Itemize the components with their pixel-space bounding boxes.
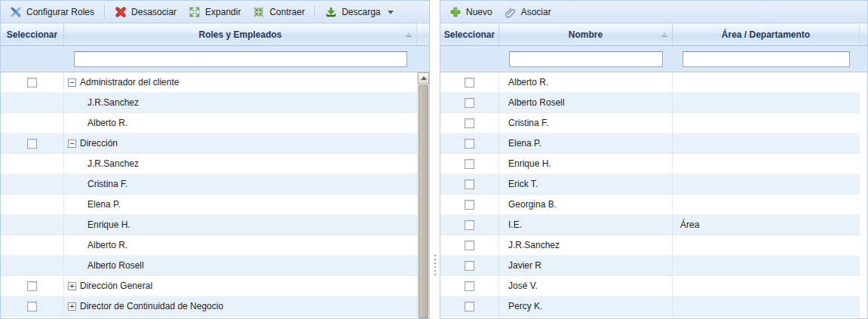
area-filter-input[interactable] — [682, 51, 850, 67]
expandir-button[interactable]: Expandir — [182, 4, 247, 20]
sort-up-icon — [661, 32, 667, 36]
scroll-up-button[interactable] — [418, 72, 429, 84]
table-row[interactable]: Alberto R. — [1, 113, 417, 133]
table-row[interactable]: Alberto Rosell — [1, 256, 417, 276]
row-checkbox[interactable] — [465, 159, 474, 169]
table-row[interactable]: Javier R — [440, 256, 860, 276]
table-row[interactable]: J.R.Sanchez — [440, 235, 860, 256]
table-row[interactable]: Enrique H. — [440, 154, 860, 174]
row-checkbox[interactable] — [465, 118, 474, 128]
table-row[interactable]: −Dirección — [1, 133, 417, 154]
filter-cell — [1, 46, 64, 72]
nuevo-label: Nuevo — [466, 7, 492, 17]
nombre-cell: I.E. — [499, 215, 673, 235]
row-checkbox[interactable] — [465, 179, 474, 189]
table-row[interactable]: Alberto R. — [1, 235, 417, 256]
paperclip-icon — [505, 6, 517, 18]
row-label: Cristina F. — [87, 179, 127, 189]
row-checkbox[interactable] — [27, 302, 37, 311]
row-select-cell — [440, 93, 499, 112]
column-header-seleccionar[interactable]: Seleccionar — [440, 23, 499, 45]
column-header-area-departamento[interactable]: Área / Departamento — [673, 23, 860, 45]
row-checkbox[interactable] — [465, 281, 474, 291]
row-nombre-label: José V. — [508, 281, 538, 291]
row-checkbox[interactable] — [27, 78, 37, 87]
row-checkbox[interactable] — [465, 241, 474, 250]
plus-box-icon[interactable]: + — [68, 302, 76, 311]
row-select-cell — [1, 93, 64, 112]
descarga-label: Descarga — [342, 7, 380, 17]
panel-splitter[interactable] — [430, 0, 440, 319]
nuevo-button[interactable]: Nuevo — [443, 4, 498, 20]
area-cell — [673, 256, 860, 275]
expandir-label: Expandir — [205, 7, 241, 17]
tree-cell: J.R.Sanchez — [64, 93, 417, 112]
column-header-roles-y-empleados[interactable]: Roles y Empleados — [64, 23, 417, 45]
row-checkbox[interactable] — [465, 200, 474, 210]
row-select-cell — [440, 174, 499, 194]
row-label: Alberto R. — [87, 118, 127, 128]
asociar-button[interactable]: Asociar — [498, 4, 557, 20]
row-nombre-label: I.E. — [508, 219, 522, 230]
row-checkbox[interactable] — [465, 261, 474, 271]
row-checkbox[interactable] — [465, 139, 474, 149]
row-nombre-label: Elena P. — [508, 138, 541, 149]
row-select-cell — [1, 72, 64, 92]
nombre-filter-input[interactable] — [509, 51, 663, 67]
row-checkbox[interactable] — [465, 302, 474, 311]
nombre-cell: José V. — [499, 276, 673, 296]
column-header-seleccionar[interactable]: Seleccionar — [1, 23, 64, 45]
column-header-nombre[interactable]: Nombre — [499, 23, 673, 45]
row-nombre-label: Erick T. — [508, 179, 538, 189]
row-checkbox[interactable] — [27, 139, 37, 149]
area-cell — [673, 72, 860, 92]
roles-filter-input[interactable] — [74, 51, 407, 67]
table-row[interactable]: Georgina B. — [440, 195, 860, 215]
table-row[interactable]: Alberto Rosell — [440, 93, 860, 113]
row-checkbox[interactable] — [465, 78, 474, 87]
table-row[interactable]: Alberto R. — [440, 72, 860, 93]
descarga-button[interactable]: Descarga — [319, 4, 399, 20]
nombre-cell: J.R.Sanchez — [499, 235, 673, 255]
table-row[interactable]: −Administrador del cliente — [1, 72, 417, 93]
table-row[interactable]: Cristina F. — [1, 174, 417, 195]
row-select-cell — [440, 195, 499, 214]
row-checkbox[interactable] — [465, 220, 474, 230]
desasociar-button[interactable]: Desasociar — [109, 4, 182, 20]
left-toolbar: Configurar Roles Desasociar — [1, 1, 429, 23]
table-row[interactable]: Elena P. — [1, 195, 417, 215]
table-row[interactable]: Enrique H. — [1, 215, 417, 235]
vertical-scrollbar[interactable] — [417, 72, 429, 318]
minus-box-icon[interactable]: − — [68, 78, 76, 87]
contraer-button[interactable]: Contraer — [247, 4, 311, 20]
row-select-cell — [440, 113, 499, 133]
scrollbar-thumb[interactable] — [419, 85, 428, 318]
table-row[interactable]: +Director de Continuidad de Negocio — [1, 296, 417, 317]
area-cell — [673, 93, 860, 112]
configurar-roles-button[interactable]: Configurar Roles — [4, 4, 100, 20]
desasociar-label: Desasociar — [131, 7, 176, 17]
splitter-grip-icon — [434, 255, 436, 275]
minus-box-icon[interactable]: − — [68, 140, 76, 148]
nombre-cell: Alberto R. — [499, 72, 673, 92]
table-row[interactable]: Cristina F. — [440, 113, 860, 133]
table-row[interactable]: I.E.Área — [440, 215, 860, 235]
table-row[interactable]: Elena P. — [440, 133, 860, 154]
row-checkbox[interactable] — [465, 98, 474, 108]
area-cell — [673, 113, 860, 133]
filter-stub — [860, 46, 867, 72]
table-row[interactable]: J.R.Sanchez — [1, 154, 417, 174]
table-row[interactable]: Percy K. — [440, 296, 860, 317]
table-row[interactable]: +Dirección General — [1, 276, 417, 296]
row-label: Director de Continuidad de Negocio — [80, 301, 223, 311]
column-header-label: Área / Departamento — [722, 29, 810, 40]
roles-panel: Configurar Roles Desasociar — [0, 0, 430, 319]
row-nombre-label: Enrique H. — [508, 158, 551, 169]
plus-box-icon[interactable]: + — [68, 282, 76, 290]
row-checkbox[interactable] — [27, 281, 37, 291]
table-row[interactable]: J.R.Sanchez — [1, 93, 417, 113]
table-row[interactable]: Erick T. — [440, 174, 860, 195]
table-row[interactable]: José V. — [440, 276, 860, 296]
row-select-cell — [440, 154, 499, 173]
left-grid-body: −Administrador del clienteJ.R.SanchezAlb… — [1, 72, 429, 318]
